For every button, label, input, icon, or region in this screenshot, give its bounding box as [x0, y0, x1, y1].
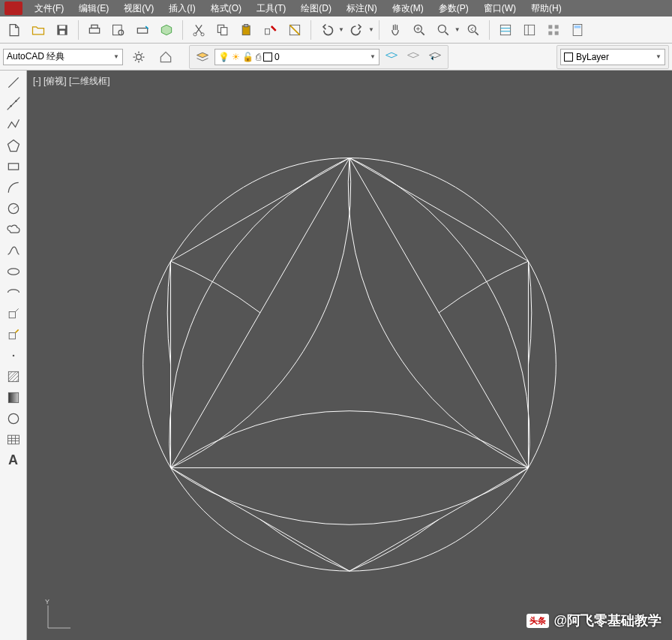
tool-palettes-button[interactable] [542, 20, 565, 41]
sheet-set-button[interactable] [518, 20, 541, 41]
table-tool[interactable] [2, 429, 25, 449]
line-tool[interactable] [2, 72, 25, 92]
open-button[interactable] [27, 20, 50, 41]
region-tool[interactable] [2, 408, 25, 428]
revision-cloud-tool[interactable] [2, 219, 25, 239]
menu-window[interactable]: 窗口(W) [479, 1, 520, 17]
bylayer-label: ByLayer [576, 52, 609, 62]
svg-rect-19 [500, 25, 510, 35]
menu-help[interactable]: 帮助(H) [526, 1, 566, 17]
svg-rect-27 [554, 31, 558, 35]
zoom-dropdown[interactable]: ▼ [454, 26, 460, 33]
lock-icon: 🔓 [242, 52, 254, 62]
svg-rect-36 [8, 163, 18, 169]
cad-drawing [128, 143, 571, 585]
menu-modify[interactable]: 修改(M) [388, 1, 428, 17]
undo-dropdown[interactable]: ▼ [338, 26, 344, 33]
workspace-home-button[interactable] [154, 47, 177, 68]
properties-panel: ByLayer ▼ [556, 45, 669, 69]
svg-rect-40 [9, 311, 15, 317]
menu-param[interactable]: 参数(P) [434, 1, 473, 17]
mtext-tool[interactable]: A [2, 450, 25, 470]
svg-rect-22 [524, 25, 534, 35]
paste-button[interactable] [236, 20, 258, 41]
new-button[interactable] [3, 20, 26, 41]
zoom-window-button[interactable] [432, 20, 454, 41]
match-props-button[interactable] [260, 20, 282, 41]
ellipse-tool[interactable] [2, 261, 25, 281]
arc-tool[interactable] [2, 177, 25, 197]
svg-rect-7 [137, 28, 147, 33]
redo-button[interactable] [346, 20, 368, 41]
insert-block-tool[interactable] [2, 303, 25, 323]
redo-dropdown[interactable]: ▼ [368, 26, 374, 33]
layer-prev-button[interactable] [425, 47, 445, 68]
menu-insert[interactable]: 插入(I) [164, 1, 200, 17]
menu-file[interactable]: 文件(F) [30, 1, 68, 17]
hatch-tool[interactable] [2, 366, 25, 386]
zoom-realtime-button[interactable] [408, 20, 430, 41]
pan-button[interactable] [384, 20, 406, 41]
svg-line-38 [14, 206, 17, 208]
svg-rect-44 [8, 392, 18, 402]
menu-dim[interactable]: 标注(N) [342, 1, 382, 17]
svg-point-39 [8, 268, 19, 274]
publish-button[interactable] [131, 20, 154, 41]
polygon-tool[interactable] [2, 135, 25, 155]
svg-rect-13 [244, 24, 248, 26]
plot-preview-button[interactable] [107, 20, 130, 41]
menu-view[interactable]: 视图(V) [119, 1, 158, 17]
layer-off-button[interactable] [404, 47, 423, 68]
cut-button[interactable] [188, 20, 210, 41]
layer-panel: 💡 ☀ 🔓 ⎙ 0 ▼ [189, 45, 448, 69]
svg-text:Y: Y [45, 598, 50, 605]
layer-color-swatch [263, 53, 272, 62]
sun-icon: ☀ [232, 52, 240, 62]
save-button[interactable] [51, 20, 74, 41]
spline-tool[interactable] [2, 240, 25, 260]
svg-rect-2 [60, 30, 65, 34]
svg-point-33 [10, 105, 12, 107]
rectangle-tool[interactable] [2, 156, 25, 176]
menu-tools[interactable]: 工具(T) [252, 1, 290, 17]
svg-point-30 [136, 54, 142, 59]
layer-properties-button[interactable] [193, 47, 212, 68]
undo-button[interactable] [316, 20, 338, 41]
svg-rect-46 [8, 435, 19, 444]
color-swatch [564, 53, 573, 62]
viewport-label[interactable]: [-] [俯视] [二维线框] [33, 75, 110, 88]
layer-states-button[interactable] [382, 47, 401, 68]
menu-format[interactable]: 格式(O) [206, 1, 246, 17]
svg-rect-4 [92, 25, 98, 28]
svg-line-32 [7, 97, 20, 110]
workspace-combo[interactable]: AutoCAD 经典 ▼ [3, 49, 123, 65]
construction-line-tool[interactable] [2, 93, 25, 113]
properties-button[interactable] [494, 20, 517, 41]
circle-tool[interactable] [2, 198, 25, 218]
svg-line-58 [350, 467, 528, 571]
copy-button[interactable] [212, 20, 234, 41]
gradient-tool[interactable] [2, 387, 25, 407]
standard-toolbar: ▼ ▼ ▼ [0, 17, 672, 44]
menu-edit[interactable]: 编辑(E) [74, 1, 113, 17]
plot-icon: ⎙ [256, 52, 261, 62]
svg-line-55 [350, 158, 528, 261]
plot-button[interactable] [83, 20, 106, 41]
menu-draw[interactable]: 绘图(D) [296, 1, 336, 17]
svg-point-34 [15, 100, 17, 102]
ellipse-arc-tool[interactable] [2, 282, 25, 302]
polyline-tool[interactable] [2, 114, 25, 134]
workspace-settings-button[interactable] [128, 47, 150, 68]
3d-dwg-button[interactable] [155, 20, 178, 41]
svg-rect-25 [554, 25, 558, 29]
layer-combo[interactable]: 💡 ☀ 🔓 ⎙ 0 ▼ [214, 49, 380, 65]
point-tool[interactable] [2, 345, 25, 365]
calc-button[interactable] [566, 20, 589, 41]
zoom-previous-button[interactable] [462, 20, 484, 41]
drawing-canvas[interactable]: [-] [俯视] [二维线框] [27, 71, 672, 640]
block-editor-button[interactable] [284, 20, 306, 41]
color-combo[interactable]: ByLayer ▼ [560, 49, 665, 65]
svg-marker-35 [8, 140, 19, 151]
watermark-badge: 头条 [526, 614, 549, 628]
make-block-tool[interactable] [2, 324, 25, 344]
